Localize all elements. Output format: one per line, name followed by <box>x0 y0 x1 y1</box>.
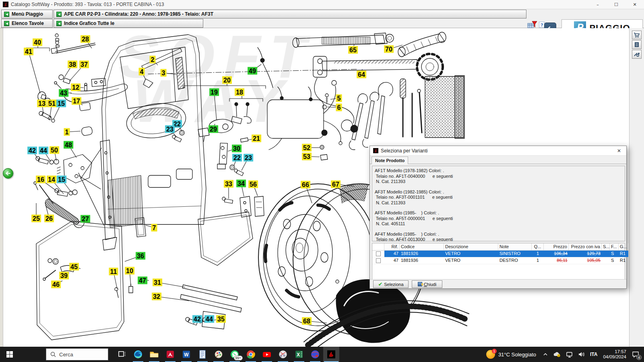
document-list-button[interactable] <box>632 40 642 49</box>
part-label-17[interactable]: 17 <box>72 97 81 105</box>
table-row[interactable]: 471881926VETROSINISTRO1106,34129,73SR1 <box>372 251 625 257</box>
tray-chevron-icon[interactable] <box>540 347 551 362</box>
row-checkbox[interactable] <box>376 251 381 256</box>
network-icon[interactable] <box>564 347 576 362</box>
part-label-13[interactable]: 13 <box>37 100 47 107</box>
part-label-41[interactable]: 41 <box>24 48 33 56</box>
chiudi-button[interactable]: Chiudi <box>412 280 442 288</box>
taskbar-app-whatsapp[interactable]: 99+ <box>227 347 243 362</box>
part-label-65[interactable]: 65 <box>348 46 358 54</box>
taskbar-app-notes-app[interactable] <box>194 347 211 362</box>
part-label-1[interactable]: 1 <box>64 128 70 136</box>
cart-button[interactable] <box>632 31 642 39</box>
part-label-42[interactable]: 42 <box>27 147 37 154</box>
taskbar-app-catalogo-softway[interactable] <box>323 347 339 362</box>
green-back-nav-button[interactable] <box>3 168 13 179</box>
part-label-43[interactable]: 43 <box>59 89 68 97</box>
tab-note-prodotto[interactable]: Note Prodotto <box>372 156 408 164</box>
part-label-19[interactable]: 19 <box>209 88 219 96</box>
taskbar-app-acrobat[interactable] <box>162 347 178 362</box>
volume-icon[interactable] <box>576 347 588 362</box>
part-label-42[interactable]: 42 <box>192 315 202 323</box>
part-label-44[interactable]: 44 <box>204 315 214 323</box>
part-label-23[interactable]: 23 <box>165 125 175 133</box>
part-label-29[interactable]: 29 <box>208 125 218 133</box>
onedrive-icon[interactable]: ! <box>551 347 564 362</box>
part-label-23[interactable]: 23 <box>244 154 253 162</box>
taskbar-app-edge[interactable] <box>130 347 146 362</box>
part-label-67[interactable]: 67 <box>331 181 341 188</box>
part-label-37[interactable]: 37 <box>79 61 89 68</box>
taskbar-app-app-sphere[interactable] <box>307 347 323 362</box>
part-label-4[interactable]: 4 <box>139 68 145 76</box>
tools-button[interactable] <box>632 50 642 59</box>
part-label-36[interactable]: 36 <box>136 252 145 260</box>
part-label-27[interactable]: 27 <box>80 215 90 223</box>
taskbar-app-youtube[interactable] <box>259 347 275 362</box>
part-label-44[interactable]: 44 <box>39 147 48 154</box>
taskbar-app-snipping[interactable] <box>275 347 291 362</box>
part-label-33[interactable]: 33 <box>224 180 233 188</box>
notification-center-button[interactable]: 4 <box>630 347 644 362</box>
part-label-25[interactable]: 25 <box>31 215 41 222</box>
part-label-53[interactable]: 53 <box>302 153 312 160</box>
part-label-50[interactable]: 50 <box>50 146 59 154</box>
taskbar-app-file-explorer[interactable] <box>146 347 162 362</box>
table-row[interactable]: 471881936VETRODESTRO186,11105,05SR1 <box>372 257 625 264</box>
part-label-34[interactable]: 34 <box>236 180 246 187</box>
part-label-40[interactable]: 40 <box>33 39 42 46</box>
part-label-21[interactable]: 21 <box>252 135 261 142</box>
part-label-16[interactable]: 16 <box>36 176 45 183</box>
search-input[interactable]: Cerca <box>46 348 108 360</box>
part-label-15[interactable]: 15 <box>57 176 66 183</box>
part-label-45[interactable]: 45 <box>69 263 79 271</box>
part-label-49[interactable]: 49 <box>248 67 257 75</box>
part-label-46[interactable]: 46 <box>51 281 61 288</box>
part-label-3[interactable]: 3 <box>161 69 167 77</box>
part-label-52[interactable]: 52 <box>302 144 312 152</box>
part-label-47[interactable]: 47 <box>138 277 147 284</box>
taskbar-app-paint[interactable] <box>211 347 227 362</box>
part-label-35[interactable]: 35 <box>216 315 226 323</box>
part-label-28[interactable]: 28 <box>80 35 90 43</box>
part-label-5[interactable]: 5 <box>336 95 342 102</box>
part-label-51[interactable]: 51 <box>47 100 57 107</box>
part-label-22[interactable]: 22 <box>232 154 242 162</box>
start-button[interactable] <box>0 347 19 362</box>
taskbar-app-word[interactable]: W <box>178 347 194 362</box>
part-label-26[interactable]: 26 <box>44 215 54 222</box>
cell-iva: 129,73 <box>569 251 602 257</box>
part-label-66[interactable]: 66 <box>301 181 310 189</box>
part-label-64[interactable]: 64 <box>357 71 366 78</box>
part-label-15[interactable]: 15 <box>56 100 66 107</box>
row-checkbox[interactable] <box>376 258 381 263</box>
dialog-close-button[interactable]: ✕ <box>613 147 625 155</box>
part-label-6[interactable]: 6 <box>336 104 342 111</box>
part-label-56[interactable]: 56 <box>248 181 258 188</box>
part-label-30[interactable]: 30 <box>232 145 242 152</box>
part-label-12[interactable]: 12 <box>71 84 80 91</box>
part-label-68[interactable]: 68 <box>302 317 312 325</box>
weather-widget[interactable]: 1 31°C Soleggiato <box>482 347 540 362</box>
part-label-48[interactable]: 48 <box>64 141 73 149</box>
dialog-title-bar[interactable]: Seleziona per Varianti ✕ <box>370 146 626 156</box>
clock[interactable]: 17:57 04/09/2024 <box>600 349 630 360</box>
taskbar-app-task-view[interactable] <box>114 347 130 362</box>
part-label-39[interactable]: 39 <box>59 272 69 280</box>
part-label-2[interactable]: 2 <box>150 56 156 64</box>
part-label-32[interactable]: 32 <box>152 293 161 300</box>
note-block: AF5T Modello (1985- ) Colori: . Telaio n… <box>375 210 622 227</box>
part-label-10[interactable]: 10 <box>125 267 134 275</box>
language-indicator[interactable]: ITA <box>588 347 600 362</box>
part-label-20[interactable]: 20 <box>222 76 232 84</box>
part-label-31[interactable]: 31 <box>153 279 162 286</box>
part-label-11[interactable]: 11 <box>109 268 118 276</box>
part-label-7[interactable]: 7 <box>151 224 157 232</box>
part-label-14[interactable]: 14 <box>47 176 56 183</box>
part-label-70[interactable]: 70 <box>384 45 394 53</box>
part-label-18[interactable]: 18 <box>235 88 244 96</box>
seleziona-button[interactable]: ✔ Seleziona <box>373 280 409 288</box>
part-label-38[interactable]: 38 <box>68 61 77 68</box>
taskbar-app-excel[interactable]: X <box>291 347 307 362</box>
taskbar-app-chrome[interactable] <box>243 347 259 362</box>
